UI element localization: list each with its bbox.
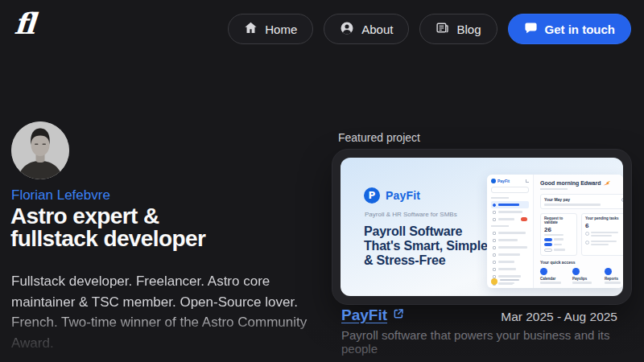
featured-project-card[interactable]: P PayFit Payroll & HR Software for SMBs … (332, 149, 632, 305)
payfit-brand-text: PayFit (386, 189, 420, 202)
quick-access-row: Calendar Payslips Reports (540, 268, 623, 284)
project-link-row: PayFit (341, 306, 404, 324)
page-title-line2: fullstack developer (10, 228, 205, 250)
pay-section-card: Your May pay (540, 194, 623, 209)
person-name: Florian Lefebvre (11, 187, 110, 204)
sidebar-item (491, 258, 529, 265)
project-description: Payroll software that powers your busine… (341, 328, 631, 356)
sidebar-user (491, 278, 519, 285)
payfit-headline-line3: & Stress-Free (364, 253, 488, 268)
dashboard-sidebar: PayFit (487, 175, 534, 288)
pay-section-title: Your May pay (544, 197, 623, 202)
pending-tasks-count: 6 (585, 222, 623, 229)
nav-home-label: Home (265, 23, 297, 36)
dashboard-search-input (491, 187, 529, 193)
nav-blog-button[interactable]: Blog (419, 14, 497, 44)
sidebar-item (491, 265, 529, 273)
chat-bubble-icon (524, 21, 538, 37)
quick-access-item: Reports (605, 268, 623, 284)
pending-tasks-title: Your pending tasks (585, 216, 623, 220)
payfit-headline: Payroll Software That's Smart, Simple & … (364, 224, 488, 268)
payfit-headline-line2: That's Smart, Simple (364, 239, 488, 253)
settings-icon (621, 198, 623, 202)
calendar-icon (540, 268, 547, 275)
sidebar-item-active (491, 201, 529, 208)
quick-access-title: Your quick access (540, 260, 623, 265)
dashboard-sidebar-logo: PayFit (491, 179, 529, 183)
sidebar-item (491, 208, 529, 216)
get-in-touch-label: Get in touch (545, 23, 616, 36)
dashboard-cards-row: Request to validate 26 Your pending task… (540, 213, 623, 256)
bio-text: Fullstack developer. Freelancer. Astro c… (11, 271, 319, 353)
page-title-line1: Astro expert & (10, 205, 205, 228)
page: fl Home About (0, 0, 644, 362)
quick-access-item: Calendar (540, 268, 564, 284)
project-screenshot: P PayFit Payroll & HR Software for SMBs … (341, 158, 623, 296)
payslips-icon (572, 268, 580, 275)
get-in-touch-button[interactable]: Get in touch (508, 14, 632, 44)
quick-access-label: Calendar (540, 277, 564, 281)
payfit-headline-line1: Payroll Software (364, 224, 488, 239)
payfit-brand: P PayFit (364, 187, 420, 204)
request-validate-card: Request to validate 26 (540, 213, 577, 256)
featured-project-label: Featured project (338, 131, 420, 144)
payfit-dot-icon (491, 179, 496, 183)
user-avatar-icon (491, 278, 497, 285)
collapse-icon (526, 179, 529, 183)
sidebar-section-label (491, 225, 509, 227)
nav-about-label: About (361, 23, 393, 36)
dashboard-greeting: Good morning Edward (540, 180, 601, 186)
reports-icon (605, 268, 612, 275)
newspaper-icon (436, 21, 449, 37)
page-title: Astro expert & fullstack developer (10, 205, 205, 250)
dashboard-preview: PayFit (487, 175, 623, 288)
request-validate-title: Request to validate (544, 216, 573, 224)
quick-access-label: Payslips (572, 277, 597, 281)
project-link[interactable]: PayFit (341, 306, 387, 324)
dashboard-main: Good morning Edward Your May pay Request… (534, 175, 623, 288)
dashboard-greeting-subtext (540, 188, 568, 190)
avatar (11, 121, 69, 179)
pending-tasks-card: Your pending tasks 6 (581, 213, 623, 256)
external-link-icon (393, 308, 404, 323)
dashboard-greeting-row: Good morning Edward (540, 180, 623, 186)
main-nav: Home About Blog (228, 14, 631, 44)
user-icon (340, 21, 354, 38)
payfit-logo-icon: P (364, 187, 380, 204)
site-logo[interactable]: fl (14, 6, 35, 40)
home-icon (244, 21, 258, 37)
sidebar-item (491, 229, 529, 237)
dashboard-sidebar-brand: PayFit (497, 179, 510, 183)
sidebar-item (491, 237, 529, 244)
request-validate-count: 26 (544, 226, 573, 233)
sidebar-item-badged (491, 216, 529, 223)
rocket-icon (603, 181, 610, 186)
nav-blog-label: Blog (456, 23, 481, 36)
nav-about-button[interactable]: About (324, 14, 409, 44)
quick-access-label: Reports (605, 277, 623, 281)
quick-access-item: Payslips (572, 268, 597, 284)
notification-badge (521, 217, 527, 221)
payfit-tagline: Payroll & HR Software for SMBs (365, 211, 457, 218)
nav-home-button[interactable]: Home (228, 14, 313, 44)
sidebar-section-label (491, 197, 509, 199)
sidebar-item (491, 251, 529, 258)
sidebar-item (491, 244, 529, 251)
project-date-range: Mar 2025 - Aug 2025 (501, 310, 617, 324)
